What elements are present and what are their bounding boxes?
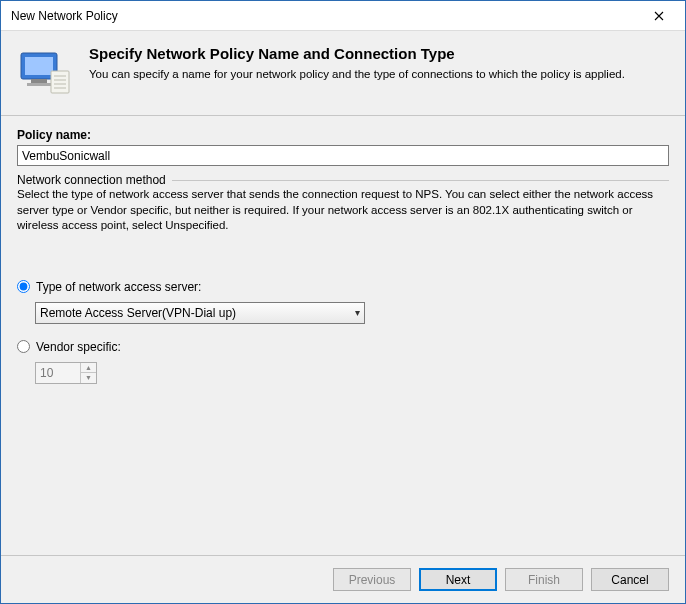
policy-monitor-icon [17,45,71,99]
vendor-id-value: 10 [36,363,80,383]
close-icon [654,11,664,21]
header-title: Specify Network Policy Name and Connecti… [89,45,625,62]
next-button[interactable]: Next [419,568,497,591]
header-description: You can specify a name for your network … [89,68,625,80]
close-button[interactable] [639,2,679,30]
finish-button[interactable]: Finish [505,568,583,591]
content-area: Policy name: Network connection method S… [1,118,685,555]
header-text: Specify Network Policy Name and Connecti… [89,45,625,80]
vendor-id-spinner: 10 ▲ ▼ [35,362,97,384]
server-type-select[interactable]: Remote Access Server(VPN-Dial up) ▾ [35,302,365,324]
type-radio-row: Type of network access server: [17,280,669,294]
vendor-specific-label: Vendor specific: [36,340,121,354]
type-of-server-label: Type of network access server: [36,280,201,294]
group-title: Network connection method [17,173,172,187]
svg-rect-3 [27,83,51,86]
connection-method-group: Network connection method Select the typ… [17,180,669,384]
type-of-server-radio[interactable] [17,280,30,293]
spinner-up-icon: ▲ [81,363,96,374]
header: Specify Network Policy Name and Connecti… [1,31,685,115]
vendor-specific-radio[interactable] [17,340,30,353]
button-footer: Previous Next Finish Cancel [1,555,685,603]
previous-button[interactable]: Previous [333,568,411,591]
group-help-text: Select the type of network access server… [17,187,669,234]
dialog-window: New Network Policy Specify Network Polic… [0,0,686,604]
vendor-radio-row: Vendor specific: [17,340,669,354]
policy-name-label: Policy name: [17,128,669,142]
spinner-down-icon: ▼ [81,373,96,383]
header-separator [1,115,685,116]
cancel-button[interactable]: Cancel [591,568,669,591]
server-type-selected-value: Remote Access Server(VPN-Dial up) [40,306,236,320]
svg-rect-2 [31,79,47,83]
svg-rect-1 [25,57,53,75]
policy-name-input[interactable] [17,145,669,166]
window-title: New Network Policy [11,9,639,23]
titlebar: New Network Policy [1,1,685,31]
svg-rect-4 [51,71,69,93]
spinner-arrows: ▲ ▼ [80,363,96,383]
chevron-down-icon: ▾ [355,307,360,318]
